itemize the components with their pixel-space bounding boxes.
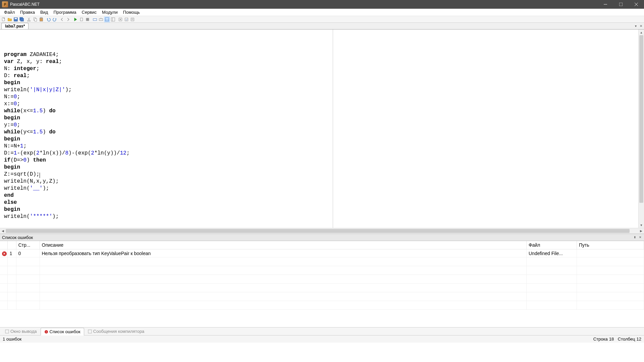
code-line[interactable]: D: real; xyxy=(4,72,644,79)
code-line[interactable]: begin xyxy=(4,206,644,213)
paste-icon[interactable] xyxy=(38,16,44,22)
code-line[interactable]: writeln('*****'); xyxy=(4,213,644,220)
toolbar xyxy=(0,16,644,23)
code-line[interactable]: writeln('|N|x|y|Z|'); xyxy=(4,86,644,94)
tab-output[interactable]: Окно вывода xyxy=(1,327,41,335)
hscroll-thumb[interactable] xyxy=(6,229,630,233)
code-line[interactable]: D:=1-(exp(2*ln(x))/8)-(exp(2*ln(y))/12; xyxy=(4,150,644,157)
editor-vscrollbar[interactable]: ▲ ▼ xyxy=(638,29,644,228)
stop-icon[interactable] xyxy=(85,16,91,22)
toggle-output-icon[interactable] xyxy=(104,16,110,22)
new-file-icon[interactable] xyxy=(1,16,7,22)
options-icon[interactable] xyxy=(129,16,136,22)
menu-help[interactable]: Помощь xyxy=(120,9,143,15)
save-all-icon[interactable] xyxy=(19,16,25,22)
svg-rect-1 xyxy=(619,3,623,6)
maximize-button[interactable] xyxy=(613,0,629,9)
toggle-panel-icon[interactable] xyxy=(110,16,116,22)
col-path[interactable]: Путь xyxy=(577,241,644,249)
code-line[interactable]: begin xyxy=(4,115,644,122)
svg-rect-8 xyxy=(21,18,24,21)
tab-errors[interactable]: ! Список ошибок xyxy=(41,328,84,336)
redo-icon[interactable] xyxy=(52,16,58,22)
status-col-label: Столбец xyxy=(618,337,635,342)
menu-file[interactable]: Файл xyxy=(1,9,17,15)
build-icon[interactable] xyxy=(123,16,129,22)
error-panel-label: Список ошибок xyxy=(2,235,33,240)
save-icon[interactable] xyxy=(13,16,19,22)
code-line[interactable]: program ZADANIE4; xyxy=(4,51,644,58)
menu-modules[interactable]: Модули xyxy=(99,9,120,15)
code-line[interactable]: Z:=sqrt(D); xyxy=(4,171,644,178)
col-file[interactable]: Файл xyxy=(527,241,577,249)
code-line[interactable]: begin xyxy=(4,164,644,171)
code-line[interactable]: while(x<=1.5) do xyxy=(4,108,644,115)
code-line[interactable]: begin xyxy=(4,79,644,86)
code-line[interactable]: else xyxy=(4,199,644,206)
statusbar: 1 ошибок Строка 18 Столбец 12 xyxy=(0,335,644,343)
col-icon[interactable] xyxy=(0,241,7,249)
undo-icon[interactable] xyxy=(46,16,52,22)
tab-compiler[interactable]: Сообщения компилятора xyxy=(84,327,148,335)
editor-hscrollbar[interactable]: ◀ ▶ xyxy=(0,228,644,234)
open-file-icon[interactable] xyxy=(7,16,13,22)
cut-icon[interactable] xyxy=(26,16,32,22)
error-row[interactable]: ✕10Нельзя преобразовать тип KeyValuePair… xyxy=(0,249,644,257)
svg-rect-19 xyxy=(93,18,97,20)
col-col[interactable]: Стр... xyxy=(16,241,40,249)
code-line[interactable]: end xyxy=(4,192,644,199)
svg-rect-31 xyxy=(5,330,9,333)
bottom-tabbar: Окно вывода ! Список ошибок Сообщения ко… xyxy=(0,327,644,335)
code-line[interactable]: writeln(N,x,y,Z); xyxy=(4,178,644,185)
menu-edit[interactable]: Правка xyxy=(17,9,38,15)
scroll-down-icon[interactable]: ▼ xyxy=(639,222,644,228)
navigate-back-icon[interactable] xyxy=(59,16,65,22)
status-line-label: Строка xyxy=(593,337,608,342)
menu-service[interactable]: Сервис xyxy=(79,9,100,15)
copy-icon[interactable] xyxy=(32,16,38,22)
scroll-right-icon[interactable]: ▶ xyxy=(638,229,644,233)
compile-icon[interactable] xyxy=(117,16,123,22)
col-desc[interactable]: Описание xyxy=(40,241,527,249)
titlebar: P PascalABC.NET xyxy=(0,0,644,9)
error-row-empty xyxy=(0,257,644,266)
menu-view[interactable]: Вид xyxy=(38,9,51,15)
svg-point-26 xyxy=(120,19,121,20)
editor-tab[interactable]: laba7.pas* xyxy=(1,23,29,29)
error-line: 1 xyxy=(7,249,16,257)
code-line[interactable]: while(y<=1.5) do xyxy=(4,129,644,136)
error-row-empty xyxy=(0,284,644,292)
code-line[interactable]: writeln('__'); xyxy=(4,185,644,192)
vscroll-thumb[interactable] xyxy=(639,35,643,203)
code-line[interactable]: N: integer; xyxy=(4,65,644,72)
col-line[interactable] xyxy=(7,241,16,249)
code-line[interactable]: x:=0; xyxy=(4,101,644,108)
menu-program[interactable]: Программа xyxy=(51,9,79,15)
navigate-forward-icon[interactable] xyxy=(65,16,71,22)
step-over-icon[interactable] xyxy=(92,16,98,22)
code-editor[interactable]: program ZADANIE4;var Z, x, y: real;N: in… xyxy=(0,29,644,228)
tab-dropdown-icon[interactable]: ▾ xyxy=(633,23,638,28)
tab-close-icon[interactable]: ✕ xyxy=(639,23,643,28)
scroll-up-icon[interactable]: ▲ xyxy=(639,29,644,35)
code-line[interactable]: N:=0; xyxy=(4,94,644,101)
error-header-row: Стр... Описание Файл Путь xyxy=(0,241,644,249)
error-row-empty xyxy=(0,301,644,310)
code-line[interactable]: begin xyxy=(4,136,644,143)
panel-close-icon[interactable]: ✕ xyxy=(638,235,643,240)
close-button[interactable] xyxy=(629,0,644,9)
code-line[interactable]: var Z, x, y: real; xyxy=(4,58,644,65)
code-line[interactable]: if(D=>0) then xyxy=(4,157,644,164)
code-line[interactable]: y:=0; xyxy=(4,122,644,129)
errors-icon: ! xyxy=(44,330,48,334)
minimize-button[interactable] xyxy=(598,0,613,9)
scroll-left-icon[interactable]: ◀ xyxy=(0,229,6,233)
error-list[interactable]: Стр... Описание Файл Путь ✕10Нельзя прео… xyxy=(0,241,644,327)
code-line[interactable]: N:=N+1; xyxy=(4,143,644,150)
run-icon[interactable] xyxy=(72,16,78,22)
run-no-debug-icon[interactable] xyxy=(78,16,85,22)
status-error-count: 1 ошибок xyxy=(3,337,21,342)
status-col-value: 12 xyxy=(637,337,641,342)
panel-pin-icon[interactable]: ⬍ xyxy=(633,235,637,240)
step-into-icon[interactable] xyxy=(98,16,104,22)
